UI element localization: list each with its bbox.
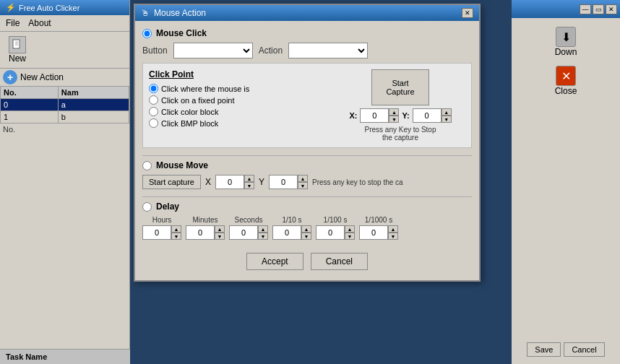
seconds-input[interactable] <box>229 225 258 240</box>
click-point-panel: Click Point Click where the mouse is Cli… <box>142 63 472 148</box>
action-dropdown[interactable] <box>288 43 368 58</box>
mouse-move-x-up[interactable]: ▲ <box>244 175 254 182</box>
y-spin-up[interactable]: ▲ <box>442 108 452 116</box>
hours-spin: ▲ ▼ <box>171 225 181 240</box>
thousandth-up[interactable]: ▲ <box>388 225 398 233</box>
restore-button[interactable]: ▭ <box>593 4 604 14</box>
save-button[interactable]: Save <box>527 342 561 357</box>
mouse-move-y-down[interactable]: ▼ <box>298 182 308 189</box>
divider-2 <box>142 196 472 197</box>
seconds-label: Seconds <box>235 216 263 224</box>
menu-about[interactable]: About <box>28 18 51 28</box>
x-spin-up[interactable]: ▲ <box>389 108 399 116</box>
mouse-move-y-up[interactable]: ▲ <box>298 175 308 182</box>
accept-button[interactable]: Accept <box>246 253 303 270</box>
x-input[interactable] <box>360 108 389 123</box>
capture-line2: Capture <box>386 87 414 96</box>
action-label: Action <box>259 46 283 56</box>
close-action-button[interactable]: ✕ Close <box>544 63 587 99</box>
click-color-option[interactable]: Click color block <box>149 107 328 116</box>
button-label: Button <box>142 46 168 56</box>
tenth-container: ▲ ▼ <box>272 225 311 240</box>
hours-input[interactable] <box>142 225 171 240</box>
delay-minutes: Minutes ▲ ▼ <box>186 216 225 240</box>
down-icon: ⬇ <box>556 27 576 47</box>
y-input[interactable] <box>413 108 442 123</box>
minutes-down[interactable]: ▼ <box>215 233 225 240</box>
tenth-up[interactable]: ▲ <box>301 225 311 233</box>
new-action-bar[interactable]: + New Action <box>0 69 129 86</box>
dialog-title: Mouse Action <box>154 8 206 18</box>
click-color-radio[interactable] <box>149 107 158 116</box>
right-panel-toolbar: ⬇ Down ✕ Close <box>512 18 620 105</box>
mouse-move-section: Mouse Move Start capture X ▲ ▼ Y ▲ <box>142 160 472 189</box>
click-fixed-option[interactable]: Click on a fixed point <box>149 95 328 105</box>
tenth-down[interactable]: ▼ <box>301 233 311 240</box>
mouse-click-label: Mouse Click <box>156 28 207 38</box>
button-action-row: Button Action <box>142 43 472 58</box>
click-fixed-radio[interactable] <box>149 95 158 105</box>
mouse-move-radio[interactable] <box>142 161 152 170</box>
capture-hint: Press any Key to Stop the capture <box>364 126 436 142</box>
mouse-move-y-label: Y <box>259 177 264 187</box>
click-bmp-radio[interactable] <box>149 118 158 128</box>
hundredth-down[interactable]: ▼ <box>345 233 355 240</box>
down-button[interactable]: ⬇ Down <box>544 24 587 60</box>
mouse-move-x-label: X <box>205 177 211 187</box>
table-row[interactable]: 0 a <box>1 99 129 111</box>
toolbar: New <box>0 32 129 69</box>
hundredth-up[interactable]: ▲ <box>345 225 355 233</box>
table-row[interactable]: 1 b <box>1 111 129 124</box>
mouse-move-header: Mouse Move <box>142 160 472 170</box>
click-fixed-label: Click on a fixed point <box>161 96 235 105</box>
button-dropdown[interactable] <box>173 43 253 58</box>
minutes-input[interactable] <box>186 225 215 240</box>
mouse-move-y-input[interactable] <box>269 175 298 189</box>
click-bmp-option[interactable]: Click BMP block <box>149 118 328 128</box>
cancel-dialog-button[interactable]: Cancel <box>311 253 368 270</box>
cancel-button[interactable]: Cancel <box>564 342 604 357</box>
hours-up[interactable]: ▲ <box>171 225 181 233</box>
mouse-move-label: Mouse Move <box>156 160 208 170</box>
minutes-label: Minutes <box>192 216 218 224</box>
delay-radio[interactable] <box>142 202 152 212</box>
new-button[interactable]: New <box>6 35 29 65</box>
click-where-mouse-option[interactable]: Click where the mouse is <box>149 84 328 93</box>
hours-down[interactable]: ▼ <box>171 233 181 240</box>
new-action-icon: + <box>3 70 17 84</box>
task-name-bar: Task Name <box>0 349 130 364</box>
mouse-click-header: Mouse Click <box>142 28 472 38</box>
mouse-click-radio[interactable] <box>142 29 152 38</box>
hundredth-input[interactable] <box>316 225 345 240</box>
right-panel-bottom: Save Cancel <box>512 342 620 357</box>
thousandth-input[interactable] <box>359 225 388 240</box>
mouse-click-section: Mouse Click Button Action Click Point <box>142 28 472 148</box>
tenth-input[interactable] <box>272 225 301 240</box>
mouse-move-y-spin: ▲ ▼ <box>298 175 308 189</box>
app-icon: ⚡ <box>6 3 16 12</box>
hundredth-container: ▲ ▼ <box>316 225 355 240</box>
row-no: 0 <box>1 99 59 111</box>
x-spin-down[interactable]: ▼ <box>389 116 399 123</box>
minutes-up[interactable]: ▲ <box>215 225 225 233</box>
mouse-move-start-capture-button[interactable]: Start capture <box>142 175 201 189</box>
start-capture-button[interactable]: Start Capture <box>371 69 429 105</box>
delay-header: Delay <box>142 202 472 212</box>
left-panel: ⚡ Free Auto Clicker File About New + New… <box>0 0 130 364</box>
click-where-mouse-radio[interactable] <box>149 84 158 93</box>
menu-file[interactable]: File <box>6 18 20 28</box>
y-spin-down[interactable]: ▼ <box>442 116 452 123</box>
seconds-down[interactable]: ▼ <box>258 233 268 240</box>
tenth-label: 1/10 s <box>282 216 301 224</box>
dialog-close-button[interactable]: ✕ <box>462 8 473 18</box>
click-bmp-label: Click BMP block <box>161 119 218 128</box>
secondary-col-label: No. <box>0 124 129 135</box>
hours-container: ▲ ▼ <box>142 225 181 240</box>
close-button[interactable]: ✕ <box>606 4 617 14</box>
mouse-move-x-down[interactable]: ▼ <box>244 182 254 189</box>
mouse-move-x-input[interactable] <box>215 175 244 189</box>
minimize-button[interactable]: — <box>580 4 591 14</box>
dialog-actions: Accept Cancel <box>142 247 472 273</box>
thousandth-down[interactable]: ▼ <box>388 233 398 240</box>
seconds-up[interactable]: ▲ <box>258 225 268 233</box>
